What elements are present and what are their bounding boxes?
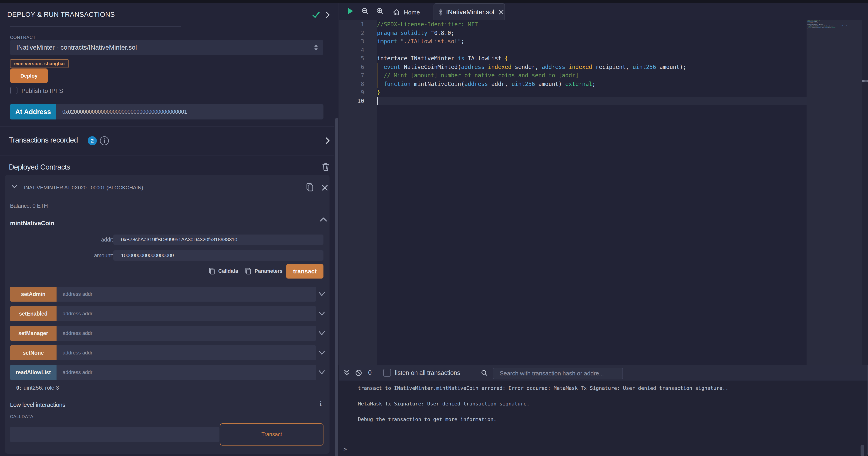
listen-transactions-checkbox[interactable] [383,369,391,377]
transact-button[interactable]: transact [286,264,323,279]
code-line: import "./IAllowList.sol"; [377,37,807,46]
code-line [377,46,807,55]
expand-args-chevron-icon[interactable] [318,350,325,355]
window-top-strip [0,0,868,3]
at-address-group: At Address [10,104,323,119]
solidity-file-icon [438,8,443,16]
transactions-expand-chevron-icon[interactable] [324,137,331,144]
terminal-log-line: Debug the transaction to get more inform… [358,417,496,422]
setNone-button[interactable]: setNone [10,345,57,360]
transactions-recorded-label: Transactions recorded [9,136,78,144]
setNone-input[interactable] [57,345,316,360]
low-level-transact-button[interactable]: Transact [220,423,323,446]
calldata-input[interactable] [10,427,219,442]
expand-args-chevron-icon[interactable] [318,311,325,316]
copy-calldata-icon[interactable] [208,267,215,275]
instance-collapse-chevron-icon[interactable] [11,184,18,189]
terminal-scrollbar-thumb[interactable] [861,445,864,456]
run-script-play-icon[interactable] [347,7,353,15]
line-number: 7 [339,71,364,80]
copy-parameters-icon[interactable] [245,267,252,275]
home-icon [393,9,400,16]
function-collapse-chevron-icon[interactable] [319,216,328,222]
evm-version-badge: evm version: shanghai [10,59,69,68]
calldata-caps-label: CALLDATA [10,414,33,419]
code-area[interactable]: //SPDX-License-Identifier: MITpragma sol… [377,20,807,365]
publish-ipfs-label[interactable]: Publish to IPFS [22,87,63,94]
panel-title: DEPLOY & RUN TRANSACTIONS [7,11,115,19]
code-line: interface INativeMinter is IAllowList { [377,54,807,63]
setAdmin-button[interactable]: setAdmin [10,287,57,302]
compile-success-check-icon [312,11,320,19]
expand-args-chevron-icon[interactable] [318,370,325,375]
code-lines: //SPDX-License-Identifier: MITpragma sol… [377,20,807,105]
editor-scrollbar-thumb[interactable] [862,80,868,82]
at-address-input[interactable] [56,104,323,119]
clear-instances-trash-icon[interactable] [322,163,330,171]
tab-file-label: INativeMinter.sol [446,8,494,16]
setEnabled-button[interactable]: setEnabled [10,306,57,321]
remix-ide: DEPLOY & RUN TRANSACTIONS CONTRACT INati… [0,0,868,456]
editor-scrollbar-rail[interactable] [862,20,868,365]
terminal-clear-ban-icon[interactable] [355,370,362,376]
minimap[interactable]: //SPDX-License-Identifier: MITpragma sol… [807,20,862,365]
remove-instance-close-icon[interactable] [321,184,328,191]
function-row-readAllowList: readAllowList [10,365,323,380]
readAllowList-input[interactable] [57,365,316,380]
panel-expand-chevron-icon[interactable] [324,11,331,19]
divider [10,397,323,397]
terminal-log-line: transact to INativeMinter.mintNativeCoin… [358,385,728,391]
expand-args-chevron-icon[interactable] [318,331,325,336]
param-label: addr: [101,237,113,243]
parameters-action-label[interactable]: Parameters [255,268,282,274]
function-name: mintNativeCoin [10,220,55,227]
tab-home-label: Home [404,9,420,16]
divider [0,155,334,156]
code-line: pragma solidity ^0.8.0; [377,29,807,37]
setEnabled-input[interactable] [57,306,316,321]
transactions-info-icon[interactable] [100,136,109,146]
text-cursor [377,97,378,106]
low-level-info-icon[interactable]: i [320,400,321,407]
terminal-expand-chevrons-icon[interactable] [344,369,350,376]
param-input-amount[interactable] [113,250,323,261]
at-address-button[interactable]: At Address [10,104,56,119]
line-number: 2 [339,29,364,37]
line-number: 4 [339,46,364,55]
low-level-heading: Low level interactions [10,401,65,408]
zoom-out-icon[interactable] [362,7,369,15]
code-line: // Mint [amount] number of native coins … [377,71,807,80]
listen-transactions-label[interactable]: listen on all transactions [395,369,460,377]
setManager-input[interactable] [57,326,316,341]
terminal-log[interactable]: transact to INativeMinter.mintNativeCoin… [339,380,868,456]
line-numbers: 12345678910 [339,20,365,105]
panel-scrollbar-thumb[interactable] [335,118,338,456]
line-number: 3 [339,37,364,46]
setAdmin-input[interactable] [57,287,316,302]
zoom-in-icon[interactable] [376,7,384,15]
code-line: function mintNativeCoin(address addr, ui… [377,80,807,88]
call-output: 0:uint256: role 3 [16,384,59,391]
call-output-value: uint256: role 3 [24,384,59,391]
code-line [377,97,807,106]
terminal-search-input[interactable] [493,368,623,379]
publish-ipfs-checkbox[interactable] [10,87,18,94]
copy-address-icon[interactable] [306,182,314,192]
tab-home[interactable]: Home [393,7,420,18]
code-editor[interactable]: 12345678910 //SPDX-License-Identifier: M… [339,20,868,365]
contract-select[interactable]: INativeMinter - contracts/INativeMinter.… [10,40,323,55]
setManager-button[interactable]: setManager [10,326,57,341]
param-input-addr[interactable] [113,234,323,245]
panel-scrollbar[interactable] [335,3,339,456]
deploy-button[interactable]: Deploy [10,68,48,83]
line-number: 10 [339,97,364,106]
instance-title[interactable]: INATIVEMINTER AT 0X020...00001 (BLOCKCHA… [24,185,143,191]
deploy-run-panel: DEPLOY & RUN TRANSACTIONS CONTRACT INati… [0,3,339,456]
expand-args-chevron-icon[interactable] [318,291,325,297]
tab-close-icon[interactable] [498,9,504,15]
terminal-log-line: MetaMask Tx Signature: User denied trans… [358,401,530,407]
readAllowList-button[interactable]: readAllowList [10,365,57,380]
calldata-action-label[interactable]: Calldata [218,268,238,274]
tab-inativeminter-sol[interactable]: INativeMinter.sol [434,3,505,21]
function-row-setManager: setManager [10,326,323,341]
